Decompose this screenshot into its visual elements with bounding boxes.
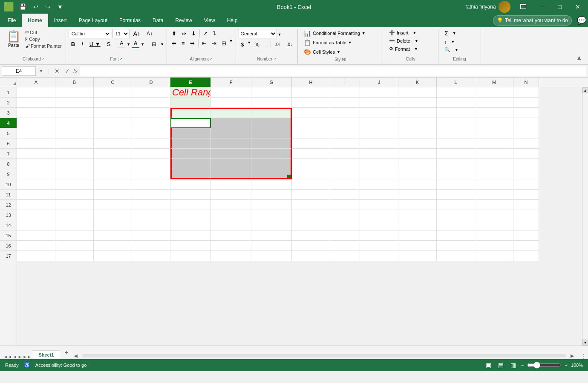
cell-C5[interactable] <box>94 128 132 138</box>
cell-D15[interactable] <box>132 230 170 241</box>
cell-D5[interactable] <box>132 128 170 138</box>
merge-button[interactable]: ⊞ <box>219 39 228 48</box>
cell-B11[interactable] <box>55 190 94 200</box>
cell-I5[interactable] <box>330 128 360 138</box>
cell-C10[interactable] <box>94 179 132 190</box>
align-top-button[interactable]: ⬆ <box>170 29 179 38</box>
page-break-view-button[interactable]: ▥ <box>509 361 518 369</box>
cell-H13[interactable] <box>292 210 330 220</box>
cell-G5[interactable] <box>251 128 292 138</box>
cell-styles-button[interactable]: 🎨 Cell Styles ▼ <box>300 48 344 56</box>
cell-E2[interactable] <box>170 98 211 108</box>
tab-file[interactable]: File <box>2 14 22 27</box>
sheet-scroll-next-button[interactable]: ► <box>18 354 22 359</box>
italic-button[interactable]: I <box>79 40 86 48</box>
cell-M11[interactable] <box>475 190 513 200</box>
alignment-expand-icon[interactable]: ↗ <box>210 57 213 61</box>
col-header-N[interactable]: N <box>513 78 539 87</box>
sort-filter-button[interactable]: ↕ <box>441 38 450 45</box>
cell-I12[interactable] <box>330 200 360 210</box>
cell-M2[interactable] <box>475 98 513 108</box>
fill-color-button[interactable]: A <box>118 40 125 48</box>
cell-G4[interactable] <box>251 118 292 128</box>
cell-C13[interactable] <box>94 210 132 220</box>
customize-qat-button[interactable]: ▼ <box>55 3 65 11</box>
row-num-15[interactable]: 15 <box>0 230 17 241</box>
cell-C16[interactable] <box>94 241 132 251</box>
name-box-expand-icon[interactable]: ▼ <box>37 68 45 74</box>
cell-A9[interactable] <box>17 169 55 179</box>
decrease-indent-button[interactable]: ⇤ <box>200 39 209 48</box>
cell-J1[interactable] <box>360 87 398 98</box>
cell-M5[interactable] <box>475 128 513 138</box>
cell-L3[interactable] <box>437 108 475 118</box>
cell-E4[interactable] <box>170 118 211 128</box>
cell-I6[interactable] <box>330 138 360 149</box>
font-expand-icon[interactable]: ↗ <box>119 57 122 61</box>
align-right-button[interactable]: ➡ <box>188 39 197 48</box>
cell-H8[interactable] <box>292 159 330 169</box>
cell-F6[interactable] <box>211 138 251 149</box>
cell-K5[interactable] <box>398 128 437 138</box>
scroll-up-button[interactable]: ▲ <box>582 87 588 93</box>
sheet-tab-sheet1[interactable]: Sheet1 <box>32 350 60 359</box>
cell-L10[interactable] <box>437 179 475 190</box>
confirm-formula-button[interactable]: ✓ <box>63 67 72 75</box>
cell-H3[interactable] <box>292 108 330 118</box>
row-num-5[interactable]: 5 <box>0 128 17 138</box>
cell-M13[interactable] <box>475 210 513 220</box>
increase-decimal-button[interactable]: .0↑ <box>272 40 283 49</box>
align-bottom-button[interactable]: ⬇ <box>189 29 198 38</box>
cell-K2[interactable] <box>398 98 437 108</box>
tab-home[interactable]: Home <box>22 14 48 27</box>
cell-G14[interactable] <box>251 220 292 230</box>
cell-F7[interactable] <box>211 149 251 159</box>
cell-J17[interactable] <box>360 251 398 261</box>
cell-A12[interactable] <box>17 200 55 210</box>
cell-B2[interactable] <box>55 98 94 108</box>
cell-A1[interactable] <box>17 87 55 98</box>
row-num-1[interactable]: 1 <box>0 87 17 98</box>
scroll-down-button[interactable]: ▼ <box>582 340 588 346</box>
cell-B6[interactable] <box>55 138 94 149</box>
cell-A2[interactable] <box>17 98 55 108</box>
cell-M7[interactable] <box>475 149 513 159</box>
find-arrow-icon[interactable]: ▼ <box>455 48 458 52</box>
cut-button[interactable]: ✂Cut <box>24 29 63 35</box>
cell-B3[interactable] <box>55 108 94 118</box>
col-header-F[interactable]: F <box>211 78 251 87</box>
collapse-ribbon-button[interactable]: ▲ <box>572 52 586 63</box>
cell-G2[interactable] <box>251 98 292 108</box>
cell-A7[interactable] <box>17 149 55 159</box>
align-middle-button[interactable]: ⇔ <box>179 29 188 38</box>
tab-options-button[interactable]: ⋮ <box>579 353 588 359</box>
tab-review[interactable]: Review <box>169 14 198 27</box>
cell-E7[interactable] <box>170 149 211 159</box>
cell-G10[interactable] <box>251 179 292 190</box>
cell-C8[interactable] <box>94 159 132 169</box>
increase-font-size-button[interactable]: A↑ <box>131 29 143 38</box>
cell-H12[interactable] <box>292 200 330 210</box>
cell-L5[interactable] <box>437 128 475 138</box>
cell-C15[interactable] <box>94 230 132 241</box>
tab-page-layout[interactable]: Page Layout <box>73 14 113 27</box>
cell-F8[interactable] <box>211 159 251 169</box>
cell-F15[interactable] <box>211 230 251 241</box>
cell-G1[interactable] <box>251 87 292 98</box>
cell-N4[interactable] <box>513 118 539 128</box>
cell-L7[interactable] <box>437 149 475 159</box>
cell-D1[interactable] <box>132 87 170 98</box>
cell-J16[interactable] <box>360 241 398 251</box>
cell-F5[interactable] <box>211 128 251 138</box>
decrease-decimal-button[interactable]: .0↓ <box>284 40 295 49</box>
cell-D7[interactable] <box>132 149 170 159</box>
cell-L13[interactable] <box>437 210 475 220</box>
row-num-12[interactable]: 12 <box>0 200 17 210</box>
cell-M9[interactable] <box>475 169 513 179</box>
cell-A8[interactable] <box>17 159 55 169</box>
cell-M17[interactable] <box>475 251 513 261</box>
cell-H15[interactable] <box>292 230 330 241</box>
cell-C9[interactable] <box>94 169 132 179</box>
cell-C3[interactable] <box>94 108 132 118</box>
cell-J5[interactable] <box>360 128 398 138</box>
